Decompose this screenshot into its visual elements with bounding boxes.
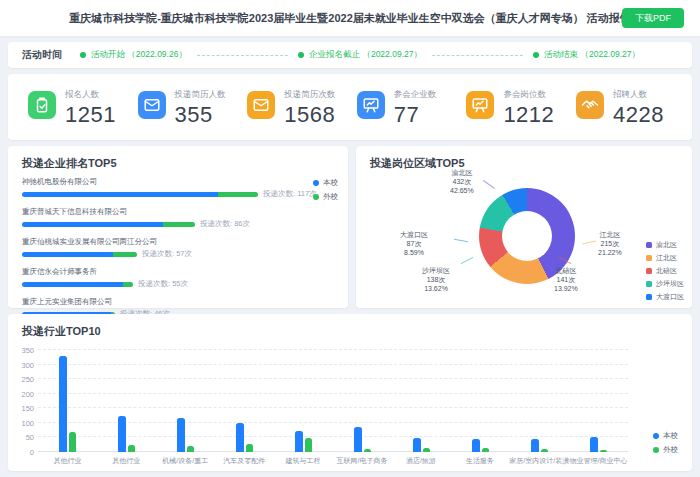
timeline-event-label: 企业报名截止 （2022.09.27） bbox=[309, 49, 422, 61]
legend-item-region[interactable]: 渝北区 bbox=[646, 240, 684, 250]
company-name: 重庆仙桃城实业发展有限公司两江分公司 bbox=[22, 237, 336, 247]
callout-line bbox=[454, 239, 468, 242]
activity-timeline: 活动时间 活动开始 （2022.09.26）企业报名截止 （2022.09.27… bbox=[8, 42, 692, 68]
legend-dot-icon bbox=[653, 433, 659, 439]
legend-item-school[interactable]: 本校 bbox=[653, 431, 678, 441]
company-stacked-bar bbox=[22, 192, 258, 197]
bar-本校 bbox=[295, 431, 303, 452]
stat-value: 355 bbox=[175, 102, 226, 128]
legend-dot-icon bbox=[313, 180, 319, 186]
legend-item-region[interactable]: 沙坪坝区 bbox=[646, 279, 684, 289]
clipboard-icon bbox=[28, 91, 56, 119]
handshake-icon bbox=[576, 91, 604, 119]
bar-本校 bbox=[590, 437, 598, 452]
x-tick-label: 汽车及零配件 bbox=[215, 456, 274, 466]
stat-info: 投递简历次数1568 bbox=[284, 87, 335, 128]
callout-region-value: 215次 bbox=[598, 239, 622, 248]
callout-region-name: 大渡口区 bbox=[400, 230, 428, 239]
panel-region-distribution: 投递岗位区域TOP5 渝北区432次42.65%江北区215次21.22%北碚区… bbox=[356, 146, 692, 308]
bar-外校 bbox=[305, 438, 312, 452]
donut-callout: 大渡口区87次8.59% bbox=[400, 230, 428, 257]
bar-segment-school bbox=[22, 222, 163, 227]
company-row: 重庆信永会计师事务所投递次数: 55次 bbox=[22, 267, 336, 289]
company-bar-value: 投递次数: 86次 bbox=[200, 219, 250, 229]
legend-label: 沙坪坝区 bbox=[656, 279, 684, 289]
bar-本校 bbox=[59, 356, 67, 452]
company-bar-line: 投递次数: 117次 bbox=[22, 189, 336, 199]
stat-value: 1251 bbox=[65, 102, 116, 128]
chart-board-icon bbox=[466, 91, 494, 119]
bar-外校 bbox=[128, 445, 135, 452]
industry-bar-group bbox=[38, 350, 97, 452]
chart-board-icon bbox=[357, 91, 385, 119]
y-tick-label: 350 bbox=[12, 346, 34, 355]
stat-card: 报名人数1251 bbox=[28, 87, 124, 128]
legend-item-external[interactable]: 外校 bbox=[653, 445, 678, 455]
company-bar-line: 投递次数: 57次 bbox=[22, 249, 336, 259]
legend-dot-icon bbox=[653, 447, 659, 453]
bar-本校 bbox=[118, 416, 126, 452]
stat-label: 投递简历次数 bbox=[284, 89, 335, 101]
stat-info: 报名人数1251 bbox=[65, 87, 116, 128]
legend-label: 外校 bbox=[663, 445, 678, 455]
legend-square-icon bbox=[646, 255, 652, 261]
stat-label: 参会岗位数 bbox=[503, 89, 554, 101]
industry-bar-group bbox=[333, 350, 392, 452]
legend-item-region[interactable]: 北碚区 bbox=[646, 266, 684, 276]
industry-bar-group bbox=[274, 350, 333, 452]
bar-本校 bbox=[177, 418, 185, 452]
bar-segment-external bbox=[113, 252, 137, 257]
legend-item-region[interactable]: 大渡口区 bbox=[646, 292, 684, 302]
region-chart-legend: 渝北区江北区北碚区沙坪坝区大渡口区 bbox=[646, 240, 684, 305]
industry-bar-group bbox=[569, 350, 628, 452]
stat-info: 投递简历人数355 bbox=[175, 87, 226, 128]
timeline-event: 活动开始 （2022.09.26） bbox=[80, 49, 187, 61]
panel-company-ranking: 投递企业排名TOP5 神驰机电股份有限公司投递次数: 117次重庆普城天下信息科… bbox=[8, 146, 348, 308]
company-name: 神驰机电股份有限公司 bbox=[22, 177, 336, 187]
callout-line bbox=[483, 180, 495, 189]
bar-本校 bbox=[413, 438, 421, 452]
stat-label: 报名人数 bbox=[65, 89, 116, 101]
callout-line bbox=[582, 241, 596, 245]
stat-value: 77 bbox=[394, 102, 437, 128]
y-tick-label: 200 bbox=[12, 390, 34, 399]
stat-info: 参会岗位数1212 bbox=[503, 87, 554, 128]
panel-company-title: 投递企业排名TOP5 bbox=[22, 156, 117, 171]
donut-callout: 渝北区432次42.65% bbox=[450, 168, 474, 195]
bar-外校 bbox=[423, 448, 430, 452]
company-row: 重庆仙桃城实业发展有限公司两江分公司投递次数: 57次 bbox=[22, 237, 336, 259]
callout-region-value: 141次 bbox=[554, 275, 578, 284]
x-tick-label: 建筑与工程 bbox=[274, 456, 333, 466]
x-tick-label: 物业管理/商业中心 bbox=[569, 456, 628, 466]
timeline-event-label: 活动结束 （2022.09.27） bbox=[544, 49, 640, 61]
stat-card: 投递简历次数1568 bbox=[247, 87, 343, 128]
download-pdf-button[interactable]: 下载PDF bbox=[622, 8, 684, 28]
legend-label: 外校 bbox=[323, 192, 338, 202]
industry-chart-legend: 本校外校 bbox=[653, 431, 678, 459]
x-tick-label: 机械/设备/重工 bbox=[156, 456, 215, 466]
legend-label: 大渡口区 bbox=[656, 292, 684, 302]
bar-segment-school bbox=[22, 192, 218, 197]
donut-callout: 江北区215次21.22% bbox=[598, 230, 622, 257]
company-name: 重庆信永会计师事务所 bbox=[22, 267, 336, 277]
panel-industry-title: 投递行业TOP10 bbox=[22, 324, 101, 339]
page-title: 重庆城市科技学院-重庆城市科技学院2023届毕业生暨2022届未就业毕业生空中双… bbox=[0, 0, 700, 36]
stat-card: 招聘人数4228 bbox=[576, 87, 672, 128]
stat-label: 参会企业数 bbox=[394, 89, 437, 101]
company-bar-value: 投递次数: 117次 bbox=[263, 189, 317, 199]
legend-square-icon bbox=[646, 268, 652, 274]
legend-item-external[interactable]: 外校 bbox=[313, 192, 338, 202]
timeline-connector bbox=[432, 55, 523, 56]
legend-item-school[interactable]: 本校 bbox=[313, 178, 338, 188]
bar-本校 bbox=[354, 427, 362, 452]
resume-mail-icon bbox=[247, 91, 275, 119]
panel-industry-top10: 投递行业TOP10 其他行业其他行业机械/设备/重工汽车及零配件建筑与工程互联网… bbox=[8, 314, 692, 471]
callout-region-name: 江北区 bbox=[598, 230, 622, 239]
stat-card: 参会企业数77 bbox=[357, 87, 453, 128]
activity-report-page: 重庆城市科技学院-重庆城市科技学院2023届毕业生暨2022届未就业毕业生空中双… bbox=[0, 0, 700, 477]
company-row: 神驰机电股份有限公司投递次数: 117次 bbox=[22, 177, 336, 199]
legend-label: 江北区 bbox=[656, 253, 677, 263]
company-bar-chart: 神驰机电股份有限公司投递次数: 117次重庆普城天下信息科技有限公司投递次数: … bbox=[22, 177, 336, 327]
callout-region-name: 沙坪坝区 bbox=[422, 266, 450, 275]
legend-item-region[interactable]: 江北区 bbox=[646, 253, 684, 263]
